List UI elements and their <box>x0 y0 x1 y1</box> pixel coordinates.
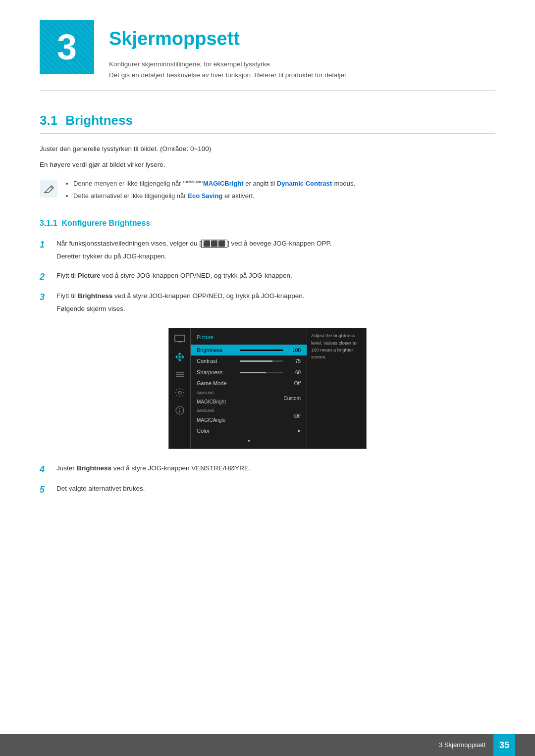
step-4-number: 4 <box>40 463 51 476</box>
step-3-number: 3 <box>40 291 51 304</box>
step-2-text: Flytt til Picture ved å styre JOG-knappe… <box>56 270 495 283</box>
osd-sharpness-bar <box>240 372 283 373</box>
step-4: 4 Juster Brightness ved å styre JOG-knap… <box>40 463 495 476</box>
note2-text: Dette alternativet er ikke tilgjengelig … <box>73 192 188 200</box>
osd-icon-info <box>173 403 187 417</box>
note1-brand: SAMSUNGMAGICBright <box>183 180 244 187</box>
note-box: Denne menyen er ikke tilgjengelig når SA… <box>40 179 495 203</box>
osd-hint-col: Adjust the brightness level. Values clos… <box>307 328 366 449</box>
osd-container: Picture Brightness 100 Contrast 75 <box>40 328 495 449</box>
note1-end: -modus. <box>332 180 355 187</box>
step-1-text: Når funksjonsstastveiledningen vises, ve… <box>56 238 495 263</box>
osd-sharpness-label: Sharpness <box>197 368 236 377</box>
subsection-311: 3.1.1 Konfigurere Brightness 1 Når funks… <box>40 217 495 497</box>
osd-color-value: ▸ <box>279 427 301 434</box>
osd-icon-gear <box>173 386 187 400</box>
section-31: 3.1Brightness Juster den generelle lysst… <box>40 111 495 497</box>
osd-magicbright-value: Custom <box>279 395 301 402</box>
step-1: 1 Når funksjonsstastveiledningen vises, … <box>40 238 495 263</box>
chapter-desc2: Det gis en detaljert beskrivelse av hver… <box>109 70 348 81</box>
chapter-title-block: Skjermoppsett Konfigurer skjerminnstilli… <box>109 20 348 80</box>
osd-item-magicbright: SAMSUNGMAGICBright Custom <box>191 389 307 407</box>
osd-color-label: Color <box>197 427 236 435</box>
chapter-title: Skjermoppsett <box>109 25 348 53</box>
osd-contrast-label: Contrast <box>197 357 236 365</box>
osd-icon-arrows <box>173 350 187 364</box>
osd-item-sharpness: Sharpness 60 <box>191 367 307 378</box>
subsection-311-title: 3.1.1 Konfigurere Brightness <box>40 217 495 229</box>
osd-section-label: Picture <box>191 331 307 345</box>
osd-gamemode-label: Game Mode <box>197 379 236 388</box>
chapter-header: 3 Skjermoppsett Konfigurer skjerminnstil… <box>40 20 495 91</box>
osd-item-magicangle: SAMSUNGMAGICAngle Off <box>191 407 307 425</box>
osd-magicangle-value: Off <box>279 412 301 420</box>
osd-screen: Picture Brightness 100 Contrast 75 <box>168 328 367 449</box>
chapter-desc1: Konfigurer skjerminnstillingene, for eks… <box>109 59 348 70</box>
osd-contrast-bar <box>240 360 283 362</box>
footer-chapter-text: 3 Skjermoppsett <box>439 740 485 750</box>
steps-list-continued: 4 Juster Brightness ved å styre JOG-knap… <box>40 463 495 497</box>
step-2: 2 Flytt til Picture ved å styre JOG-knap… <box>40 270 495 284</box>
osd-gamemode-value: Off <box>279 380 301 387</box>
note1-mid: er angitt til <box>244 180 277 187</box>
osd-brightness-value: 100 <box>287 347 301 354</box>
step-3-text: Flytt til Brightness ved å styre JOG-kna… <box>56 291 495 316</box>
step-5-text: Det valgte alternativet brukes. <box>56 483 495 496</box>
osd-brightness-bar <box>240 350 283 351</box>
note2-highlight: Eco Saving <box>188 192 222 200</box>
footer-page-number: 35 <box>493 734 515 756</box>
svg-point-11 <box>179 408 180 409</box>
step-4-text: Juster Brightness ved å styre JOG-knappe… <box>56 463 495 476</box>
osd-brightness-label: Brightness <box>197 346 236 354</box>
note2-end: er aktivert. <box>222 192 254 200</box>
step-5: 5 Det valgte alternativet brukes. <box>40 483 495 497</box>
note-content: Denne menyen er ikke tilgjengelig når SA… <box>64 179 355 203</box>
osd-item-brightness: Brightness 100 <box>191 345 307 356</box>
osd-item-gamemode: Game Mode Off <box>191 378 307 389</box>
section-31-body: Juster den generelle lysstyrken til bild… <box>40 144 495 170</box>
step-3: 3 Flytt til Brightness ved å styre JOG-k… <box>40 291 495 316</box>
svg-point-8 <box>178 391 181 394</box>
note-icon <box>40 180 57 201</box>
osd-contrast-fill <box>240 360 272 362</box>
section-31-para2: En høyere verdi gjør at bildet virker ly… <box>40 159 495 170</box>
chapter-number: 3 <box>40 20 94 74</box>
osd-item-color: Color ▸ <box>191 425 307 437</box>
step-1-number: 1 <box>40 238 51 252</box>
section-31-para1: Juster den generelle lysstyrken til bild… <box>40 144 495 154</box>
osd-icon-monitor <box>173 332 187 346</box>
osd-icons-col <box>169 328 191 449</box>
note1-text: Denne menyen er ikke tilgjengelig når <box>73 180 183 187</box>
osd-brightness-fill <box>240 350 283 351</box>
section-31-title: 3.1Brightness <box>40 111 495 134</box>
osd-contrast-value: 75 <box>287 357 301 365</box>
osd-scroll-arrow: ▾ <box>191 436 307 446</box>
osd-menu-col: Picture Brightness 100 Contrast 75 <box>191 328 307 449</box>
osd-sharpness-value: 60 <box>287 369 301 376</box>
osd-icon-lines <box>173 368 187 382</box>
osd-magicbright-label: SAMSUNGMAGICBright <box>197 391 236 405</box>
step-5-number: 5 <box>40 483 51 497</box>
osd-item-contrast: Contrast 75 <box>191 355 307 367</box>
step-2-number: 2 <box>40 270 51 284</box>
note1-highlight: Dynamic Contrast <box>277 180 332 187</box>
osd-sharpness-fill <box>240 372 266 373</box>
steps-list: 1 Når funksjonsstastveiledningen vises, … <box>40 238 495 316</box>
svg-rect-2 <box>175 335 185 342</box>
page-footer: 3 Skjermoppsett 35 <box>0 734 535 756</box>
osd-hint-text: Adjust the brightness level. Values clos… <box>311 332 362 360</box>
osd-magicangle-label: SAMSUNGMAGICAngle <box>197 408 236 423</box>
